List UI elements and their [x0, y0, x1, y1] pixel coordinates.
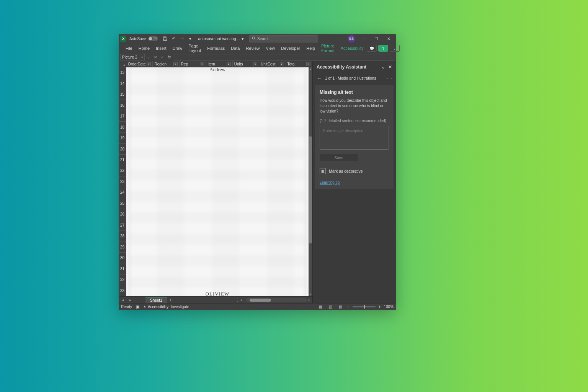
scroll-up-icon[interactable]: ▴ [309, 67, 312, 71]
maximize-button[interactable]: ☐ [371, 34, 382, 44]
sheet-next-icon[interactable]: ▸ [126, 297, 134, 304]
autosave-toggle[interactable]: Off [148, 36, 158, 41]
formula-expand-icon[interactable]: ⌄ [390, 55, 393, 59]
tab-review[interactable]: Review [243, 44, 263, 53]
save-button[interactable]: Save [320, 154, 358, 161]
row-header[interactable]: 27 [119, 220, 126, 231]
mark-decorative-row[interactable]: ▦ Mark as decorative [320, 168, 389, 174]
col-total[interactable]: Total▾ [286, 61, 312, 67]
row-header[interactable]: 30 [119, 253, 126, 263]
horizontal-scrollbar[interactable] [246, 298, 307, 302]
vertical-scrollbar[interactable]: ▴ ▾ [309, 67, 312, 296]
zoom-level[interactable]: 100% [384, 305, 394, 309]
view-normal-icon[interactable]: ▦ [317, 304, 324, 310]
tab-home[interactable]: Home [136, 44, 153, 53]
document-title[interactable]: autosave not working…▾ [198, 36, 244, 41]
row-header[interactable]: 24 [119, 187, 126, 198]
tab-help[interactable]: Help [303, 44, 318, 53]
cancel-icon[interactable]: ✕ [152, 54, 158, 60]
col-units[interactable]: Units▾ [233, 61, 259, 67]
tab-view[interactable]: View [263, 44, 278, 53]
undo-icon[interactable]: ↶ [170, 35, 177, 42]
scrollbar-thumb[interactable] [309, 136, 312, 243]
select-all-corner[interactable] [119, 61, 126, 67]
zoom-slider[interactable] [353, 306, 376, 307]
sheet-prev-icon[interactable]: ◂ [119, 297, 126, 304]
tab-page-layout[interactable]: Page Layout [185, 44, 204, 53]
comments-button[interactable]: 💬 [367, 45, 377, 52]
view-page-layout-icon[interactable]: ▥ [327, 304, 334, 310]
scroll-down-icon[interactable]: ▾ [309, 292, 312, 296]
row-header[interactable]: 22 [119, 165, 126, 176]
zoom-in-icon[interactable]: + [379, 305, 381, 309]
tab-file[interactable]: File [122, 44, 136, 53]
filter-icon[interactable]: ▾ [306, 62, 310, 66]
row-header[interactable]: 26 [119, 209, 126, 220]
filter-icon[interactable]: ▾ [173, 62, 178, 66]
alt-text-input[interactable] [320, 126, 389, 150]
name-box[interactable]: Picture 2▾ [120, 54, 145, 60]
row-header[interactable]: 15 [119, 89, 126, 100]
save-icon[interactable] [161, 35, 169, 42]
panel-collapse-icon[interactable]: ⌄ [381, 64, 385, 70]
zoom-out-icon[interactable]: − [347, 305, 350, 309]
sheet-tab-sheet1[interactable]: Sheet1 [145, 297, 167, 304]
row-header[interactable]: 28 [119, 231, 126, 242]
share-button[interactable]: ⇪ [378, 45, 388, 52]
row-header[interactable]: 16 [119, 100, 126, 111]
row-header[interactable]: 23 [119, 176, 126, 187]
formula-input[interactable]: ⌄ [174, 54, 394, 60]
add-sheet-button[interactable]: + [167, 297, 175, 304]
macro-record-icon[interactable]: ▣ [136, 305, 139, 309]
row-header[interactable]: 25 [119, 198, 126, 209]
prev-issue-icon[interactable]: ‹ [387, 76, 389, 80]
tab-draw[interactable]: Draw [170, 44, 186, 53]
search-input[interactable]: Search [249, 35, 318, 42]
minimize-button[interactable]: ─ [358, 34, 370, 44]
filter-icon[interactable]: ▾ [147, 62, 151, 66]
more-options-icon[interactable]: ⋮ [145, 54, 152, 60]
enter-icon[interactable]: ✓ [159, 54, 165, 60]
user-avatar[interactable]: SS [348, 35, 355, 42]
col-unitcost[interactable]: UnitCost▾ [259, 61, 286, 67]
view-page-break-icon[interactable]: ▤ [337, 304, 344, 310]
panel-close-icon[interactable]: ✕ [388, 64, 392, 70]
redo-icon[interactable]: ↷ [178, 35, 186, 42]
qat-dropdown-icon[interactable]: ▾ [186, 35, 194, 42]
row-header[interactable]: 13 [119, 67, 126, 78]
tab-formulas[interactable]: Formulas [204, 44, 228, 53]
sheet-tab-options-icon[interactable]: ⋮ [236, 298, 240, 302]
filter-icon[interactable]: ▾ [200, 62, 204, 66]
tab-accessibility[interactable]: Accessibility [338, 44, 367, 53]
filter-icon[interactable]: ▾ [227, 62, 231, 66]
col-region[interactable]: Region▾ [153, 61, 179, 67]
hscroll-left-icon[interactable]: ◂ [240, 298, 244, 302]
col-orderdate[interactable]: OrderDate▾ [126, 61, 153, 67]
tab-picture-format[interactable]: Picture Format [318, 44, 338, 53]
row-header[interactable]: 33 [119, 285, 126, 296]
row-header[interactable]: 29 [119, 242, 126, 253]
fx-icon[interactable]: fx [166, 54, 172, 60]
filter-icon[interactable]: ▾ [253, 62, 257, 66]
hscroll-right-icon[interactable]: ▸ [309, 298, 312, 302]
learning-tip-link[interactable]: Learning tip [320, 180, 389, 185]
filter-icon[interactable]: ▾ [280, 62, 284, 66]
row-header[interactable]: 31 [119, 263, 126, 274]
ribbon-collapse-button[interactable]: ⌄ [390, 45, 400, 52]
next-issue-icon[interactable]: › [390, 76, 392, 80]
tab-insert[interactable]: Insert [153, 44, 170, 53]
close-button[interactable]: ✕ [383, 34, 394, 44]
row-header[interactable]: 20 [119, 144, 126, 154]
back-icon[interactable]: ← [317, 75, 322, 81]
tab-developer[interactable]: Developer [278, 44, 303, 53]
row-header[interactable]: 17 [119, 111, 126, 122]
status-accessibility[interactable]: ✴ Accessibility: Investigate [143, 305, 189, 309]
scrollbar-thumb[interactable] [250, 299, 271, 302]
col-rep[interactable]: Rep▾ [180, 61, 206, 67]
cells-area[interactable]: Andrew OLIVIEW [126, 67, 309, 296]
row-header[interactable]: 32 [119, 274, 126, 285]
row-header[interactable]: 18 [119, 122, 126, 132]
row-header[interactable]: 21 [119, 155, 126, 165]
inserted-picture[interactable] [129, 67, 306, 296]
tab-data[interactable]: Data [228, 44, 243, 53]
